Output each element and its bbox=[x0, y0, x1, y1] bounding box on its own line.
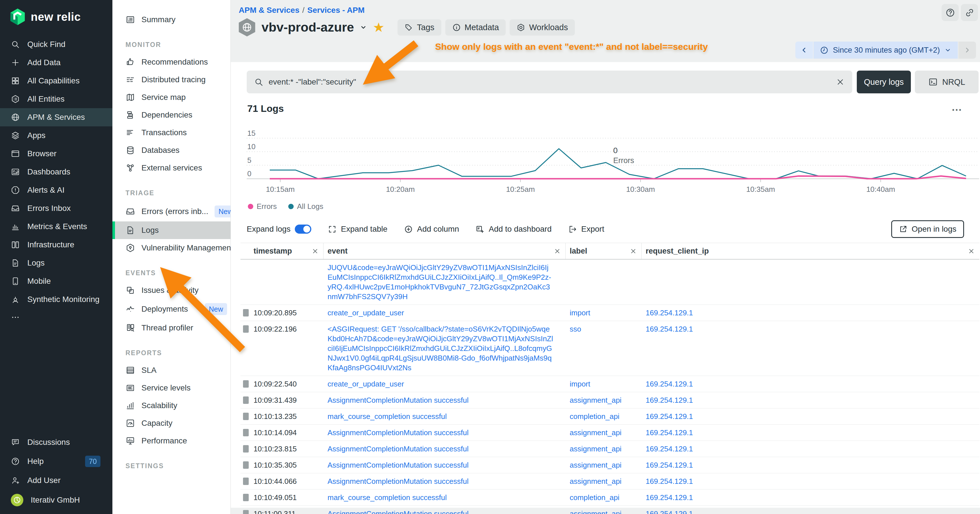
subnav-item-scalability[interactable]: Scalability bbox=[112, 397, 231, 414]
table-row[interactable]: 10:09:22.196 <ASGIRequest: GET '/sso/cal… bbox=[240, 321, 980, 376]
table-row[interactable]: 10:10:13.235 mark_course_completion succ… bbox=[240, 408, 980, 425]
global-nav-item-iterativ-gmbh[interactable]: Iterativ GmbH bbox=[0, 490, 112, 511]
remove-column-icon[interactable] bbox=[968, 248, 975, 255]
request-ip-link[interactable]: 169.254.129.1 bbox=[642, 324, 980, 372]
table-row[interactable]: 10:09:22.540 create_or_update_user impor… bbox=[240, 376, 980, 392]
table-row[interactable]: 10:10:44.066 AssignmentCompletionMutatio… bbox=[240, 473, 980, 490]
global-nav-item-more[interactable] bbox=[0, 309, 112, 326]
global-nav-item-discussions[interactable]: Discussions bbox=[0, 433, 112, 451]
request-ip-link[interactable] bbox=[642, 263, 980, 301]
event-link[interactable]: create_or_update_user bbox=[323, 308, 566, 318]
label-link[interactable]: import bbox=[566, 379, 642, 389]
global-nav-item-alerts-ai[interactable]: Alerts & AI bbox=[0, 181, 112, 199]
table-row[interactable]: 10:10:23.815 AssignmentCompletionMutatio… bbox=[240, 441, 980, 457]
row-handle-icon[interactable] bbox=[243, 477, 249, 485]
request-ip-link[interactable]: 169.254.129.1 bbox=[642, 395, 980, 405]
subnav-item-capacity[interactable]: Capacity bbox=[112, 414, 231, 432]
subnav-item-thread-profiler[interactable]: Thread profiler bbox=[112, 319, 231, 337]
subnav-item-deployments[interactable]: DeploymentsNew bbox=[112, 299, 231, 319]
table-row[interactable]: JUQVU&code=eyJraWQiOiJjcGltY29yZV8wOTI1M… bbox=[240, 259, 980, 305]
event-link[interactable]: AssignmentCompletionMutation successful bbox=[323, 444, 566, 454]
expand-table-button[interactable]: Expand table bbox=[328, 224, 387, 234]
event-link[interactable]: AssignmentCompletionMutation successful bbox=[323, 476, 566, 486]
column-header-request-client-ip[interactable]: request_client_ip bbox=[642, 243, 980, 259]
subnav-item-logs[interactable]: Logs bbox=[112, 221, 231, 239]
global-nav-item-all-capabilities[interactable]: All Capabilities bbox=[0, 72, 112, 90]
permalink-button[interactable] bbox=[961, 4, 978, 21]
label-link[interactable]: sso bbox=[566, 324, 642, 372]
subnav-item-external-services[interactable]: External services bbox=[112, 159, 231, 177]
legend-all-logs[interactable]: All Logs bbox=[288, 202, 323, 211]
row-handle-icon[interactable] bbox=[243, 445, 249, 452]
query-logs-button[interactable]: Query logs bbox=[857, 71, 911, 93]
row-handle-icon[interactable] bbox=[243, 510, 249, 514]
request-ip-link[interactable]: 169.254.129.1 bbox=[642, 509, 980, 514]
expand-logs-toggle[interactable] bbox=[295, 224, 311, 234]
global-nav-item-infrastructure[interactable]: Infrastructure bbox=[0, 236, 112, 254]
label-link[interactable]: assignment_api bbox=[566, 444, 642, 454]
event-link[interactable]: mark_course_completion successful bbox=[323, 412, 566, 421]
label-link[interactable]: import bbox=[566, 308, 642, 318]
global-nav-item-logs[interactable]: Logs bbox=[0, 254, 112, 272]
row-handle-icon[interactable] bbox=[243, 494, 249, 501]
row-handle-icon[interactable] bbox=[243, 413, 249, 420]
subnav-item-dependencies[interactable]: Dependencies bbox=[112, 106, 231, 124]
table-row[interactable]: 10:10:35.305 AssignmentCompletionMutatio… bbox=[240, 457, 980, 473]
legend-errors[interactable]: Errors bbox=[248, 202, 277, 211]
global-nav-item-errors-inbox[interactable]: Errors Inbox bbox=[0, 199, 112, 218]
remove-column-icon[interactable] bbox=[630, 248, 637, 255]
global-nav-item-metrics-events[interactable]: Metrics & Events bbox=[0, 218, 112, 236]
global-nav-item-add-data[interactable]: Add Data bbox=[0, 54, 112, 72]
label-link[interactable]: assignment_api bbox=[566, 476, 642, 486]
add-to-dashboard-button[interactable]: Add to dashboard bbox=[476, 224, 552, 234]
event-link[interactable]: AssignmentCompletionMutation successful bbox=[323, 509, 566, 514]
event-link[interactable]: create_or_update_user bbox=[323, 379, 566, 389]
subnav-item-recommendations[interactable]: Recommendations bbox=[112, 53, 231, 71]
time-range-button[interactable]: Since 30 minutes ago (GMT+2) bbox=[813, 41, 958, 59]
label-link[interactable]: assignment_api bbox=[566, 460, 642, 470]
request-ip-link[interactable]: 169.254.129.1 bbox=[642, 308, 980, 318]
favorite-star-icon[interactable]: ★ bbox=[373, 22, 385, 33]
label-link[interactable]: assignment_api bbox=[566, 395, 642, 405]
table-row[interactable]: 10:09:31.439 AssignmentCompletionMutatio… bbox=[240, 392, 980, 408]
subnav-item-service-map[interactable]: Service map bbox=[112, 89, 231, 106]
event-link[interactable]: AssignmentCompletionMutation successful bbox=[323, 395, 566, 405]
event-link[interactable]: AssignmentCompletionMutation successful bbox=[323, 460, 566, 470]
new-relic-logo[interactable]: new relic bbox=[0, 0, 112, 35]
subnav-item-service-levels[interactable]: Service levels bbox=[112, 379, 231, 397]
workloads-button[interactable]: Workloads bbox=[510, 19, 574, 36]
global-nav-item-synthetic-monitoring[interactable]: Synthetic Monitoring bbox=[0, 290, 112, 309]
column-header-event[interactable]: event bbox=[323, 243, 566, 259]
subnav-item-distributed-tracing[interactable]: Distributed tracing bbox=[112, 71, 231, 89]
row-handle-icon[interactable] bbox=[243, 380, 249, 388]
column-header-timestamp[interactable]: timestamp bbox=[240, 243, 323, 259]
metadata-button[interactable]: Metadata bbox=[445, 19, 506, 36]
event-link[interactable]: mark_course_completion successful bbox=[323, 493, 566, 502]
chart-more-menu[interactable]: ... bbox=[952, 101, 962, 113]
request-ip-link[interactable]: 169.254.129.1 bbox=[642, 444, 980, 454]
subnav-item-transactions[interactable]: Transactions bbox=[112, 124, 231, 142]
table-row[interactable]: 10:11:00.311 AssignmentCompletionMutatio… bbox=[240, 506, 980, 514]
global-nav-item-all-entities[interactable]: All Entities bbox=[0, 90, 112, 108]
remove-column-icon[interactable] bbox=[554, 248, 561, 255]
label-link[interactable]: assignment_api bbox=[566, 509, 642, 514]
global-nav-item-dashboards[interactable]: Dashboards bbox=[0, 163, 112, 181]
global-nav-item-quick-find[interactable]: Quick Find bbox=[0, 35, 112, 54]
export-button[interactable]: Export bbox=[568, 224, 605, 234]
request-ip-link[interactable]: 169.254.129.1 bbox=[642, 379, 980, 389]
row-handle-icon[interactable] bbox=[243, 396, 249, 404]
breadcrumb-link-services[interactable]: Services - APM bbox=[307, 6, 364, 14]
label-link[interactable]: completion_api bbox=[566, 493, 642, 502]
subnav-item-databases[interactable]: Databases bbox=[112, 142, 231, 159]
request-ip-link[interactable]: 169.254.129.1 bbox=[642, 412, 980, 421]
global-nav-item-add-user[interactable]: Add User bbox=[0, 471, 112, 490]
open-in-logs-button[interactable]: Open in logs bbox=[891, 220, 964, 238]
subnav-item-issues-activity[interactable]: Issues & activity bbox=[112, 282, 231, 299]
label-link[interactable]: completion_api bbox=[566, 412, 642, 421]
subnav-item-sla[interactable]: SLA bbox=[112, 361, 231, 379]
row-handle-icon[interactable] bbox=[243, 461, 249, 469]
event-link[interactable]: AssignmentCompletionMutation successful bbox=[323, 428, 566, 438]
global-nav-item-help[interactable]: Help70 bbox=[0, 451, 112, 471]
table-row[interactable]: 10:10:49.051 mark_course_completion succ… bbox=[240, 490, 980, 506]
tags-button[interactable]: Tags bbox=[398, 19, 441, 36]
